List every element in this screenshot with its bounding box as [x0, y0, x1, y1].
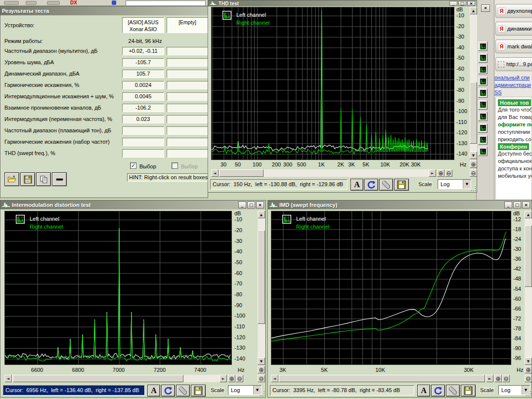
results-titlebar[interactable]: Результаты теста	[0, 6, 208, 15]
refresh-button[interactable]	[431, 385, 445, 397]
refresh-button[interactable]	[364, 179, 378, 191]
swept-plot[interactable]	[271, 211, 511, 364]
toolbar-icon[interactable]	[26, 1, 37, 5]
result-value-box-1[interactable]	[122, 138, 164, 146]
select-checkbox-2[interactable]	[172, 162, 178, 169]
minimize-button[interactable]: _	[449, 1, 457, 6]
scale-select[interactable]: Log ▼	[498, 385, 530, 395]
scroll-down-icon[interactable]: ▼	[258, 358, 265, 365]
info-icon[interactable]	[112, 0, 116, 5]
settings-button[interactable]	[176, 385, 190, 397]
scroll-up-icon[interactable]: ▲	[470, 7, 477, 14]
close-icon[interactable]: ×	[481, 4, 490, 12]
zoom-in-x-icon[interactable]: ⊕	[494, 375, 502, 382]
save-button[interactable]	[191, 385, 206, 397]
section-text-line[interactable]: оформите под	[498, 121, 532, 128]
scroll-right-icon[interactable]: ►	[220, 375, 227, 382]
scroll-up-icon[interactable]: ▲	[258, 211, 265, 218]
resize-grip[interactable]	[526, 392, 531, 396]
zoom-out-y-icon[interactable]: ⊖	[525, 375, 532, 382]
save-button[interactable]	[461, 385, 476, 397]
zoom-in-y-icon[interactable]: ⊕	[470, 160, 477, 168]
save-button[interactable]	[394, 179, 409, 191]
scroll-down-icon[interactable]: ▼	[470, 152, 477, 159]
swept-titlebar[interactable]: IMD (swept frequency) _ □ ×	[268, 200, 532, 209]
thd-plot-area[interactable]: Left channel Right channel	[211, 7, 454, 160]
zoom-in-y-icon[interactable]: ⊕	[258, 366, 265, 373]
spectrum-window-icon[interactable]	[478, 53, 488, 63]
thd-plot[interactable]	[212, 7, 454, 160]
result-value-box-2[interactable]	[167, 104, 208, 112]
close-button[interactable]: ×	[256, 201, 264, 208]
spectrum-window-icon[interactable]	[478, 88, 488, 98]
h-scroll-thumb[interactable]	[219, 169, 264, 177]
copy-button[interactable]	[36, 172, 51, 186]
resize-grip[interactable]	[471, 187, 476, 191]
device-value-box-1[interactable]: [ASIO] ASUS Xonar ASIO	[122, 17, 164, 33]
settings-button[interactable]	[379, 179, 393, 191]
directx-icon[interactable]: DX	[70, 0, 77, 5]
imd-plot-area[interactable]: Left channel Right channel	[4, 211, 232, 365]
scroll-left-icon[interactable]: ◄	[211, 169, 219, 177]
zoom-out-x-icon[interactable]: ⊖	[445, 169, 452, 177]
result-value-box-1[interactable]: +0.02, -0.11	[122, 47, 164, 55]
spectrum-window-icon[interactable]	[478, 65, 488, 74]
toolbar-icon[interactable]	[4, 1, 19, 5]
scale-select[interactable]: Log ▼	[438, 179, 471, 189]
h-scroll-thumb[interactable]	[279, 375, 485, 382]
refresh-button[interactable]	[161, 385, 175, 397]
chevron-down-icon[interactable]: ▼	[463, 180, 471, 189]
close-button[interactable]: ×	[467, 1, 475, 6]
resize-grip[interactable]	[260, 392, 265, 396]
scroll-right-icon[interactable]: ►	[429, 169, 436, 177]
spectrum-window-icon[interactable]	[478, 100, 488, 110]
imd-plot[interactable]	[5, 211, 231, 364]
v-scroll-thumb[interactable]	[470, 82, 477, 144]
result-value-box-1[interactable]: -106.2	[122, 104, 164, 112]
maximize-button[interactable]: □	[247, 201, 255, 208]
settings-button[interactable]	[446, 385, 460, 397]
result-value-box-2[interactable]	[167, 115, 208, 123]
zoom-in-x-icon[interactable]: ⊕	[228, 375, 235, 382]
scroll-down-icon[interactable]: ▼	[525, 358, 532, 365]
device-value-box-2[interactable]: [Empty]	[167, 17, 208, 33]
imd-titlebar[interactable]: Intermodulation distortion test _ □ ×	[0, 200, 266, 209]
toolbar-combo-fragment[interactable]	[126, 0, 206, 6]
browser-list-item[interactable]: Ядвухполяр.	[495, 4, 532, 18]
v-scroll-thumb[interactable]	[525, 225, 532, 287]
thd-titlebar[interactable]: THD test _ □ ×	[208, 0, 477, 6]
h-scroll-thumb[interactable]	[13, 375, 183, 382]
spectrum-window-icon[interactable]	[478, 41, 488, 51]
result-value-box-1[interactable]: 0.0045	[122, 92, 164, 101]
zoom-out-x-icon[interactable]: ⊖	[502, 375, 510, 382]
result-value-box-2[interactable]	[167, 81, 208, 89]
spectrum-window-icon[interactable]	[478, 112, 488, 121]
toolbar-icon[interactable]	[47, 1, 60, 5]
browser-link[interactable]: администраци	[494, 82, 531, 88]
result-value-box-1[interactable]	[122, 149, 164, 158]
scroll-left-icon[interactable]: ◄	[4, 375, 12, 382]
maximize-button[interactable]: □	[458, 1, 466, 6]
font-button[interactable]: A	[147, 385, 160, 397]
browser-list-item[interactable]: Ядинамики ..	[495, 22, 532, 36]
maximize-button[interactable]: □	[513, 201, 521, 208]
minimize-button[interactable]: _	[504, 201, 512, 208]
result-value-box-2[interactable]	[167, 47, 208, 55]
select-checkbox-1[interactable]: ✓	[130, 162, 136, 169]
zoom-out-x-icon[interactable]: ⊖	[236, 375, 243, 382]
zoom-out-y-icon[interactable]: ⊖	[258, 375, 265, 382]
swept-plot-area[interactable]: Left channel Right channel	[271, 211, 511, 365]
zoom-out-y-icon[interactable]: ⊖	[470, 169, 477, 177]
zoom-in-y-icon[interactable]: ⊕	[525, 366, 532, 373]
result-value-box-1[interactable]	[122, 126, 164, 135]
save-results-button[interactable]	[20, 172, 35, 186]
font-button[interactable]: A	[417, 385, 430, 397]
result-value-box-2[interactable]	[167, 70, 208, 78]
result-value-box-1[interactable]: 0.0024	[122, 81, 164, 89]
browser-list-item[interactable]: Яmark dwain.	[495, 40, 532, 53]
spectrum-window-icon[interactable]	[478, 147, 488, 156]
scroll-right-icon[interactable]: ►	[486, 375, 493, 382]
browser-link[interactable]: SS	[494, 89, 502, 95]
spectrum-window-icon[interactable]	[478, 77, 488, 86]
result-value-box-2[interactable]	[167, 58, 208, 67]
